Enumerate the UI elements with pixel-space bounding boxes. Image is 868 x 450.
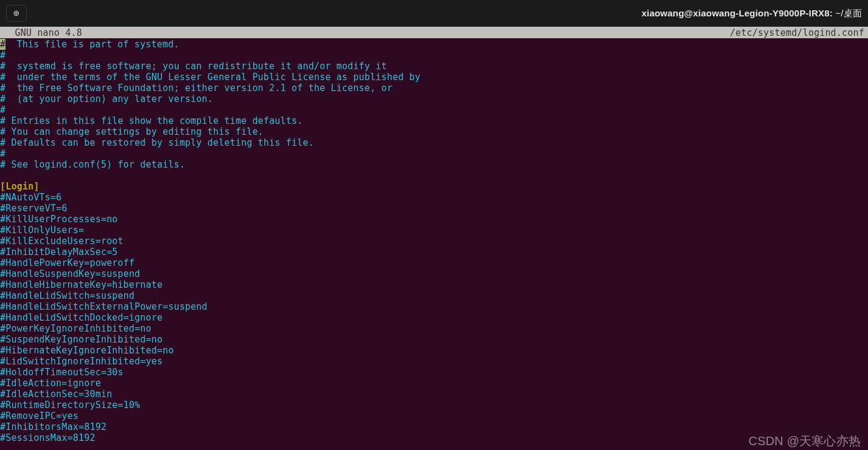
editor-line: #HandleLidSwitch=suspend (0, 290, 868, 301)
editor-line: #PowerKeyIgnoreInhibited=no (0, 323, 868, 334)
editor-line: #HandleLidSwitchExternalPower=suspend (0, 301, 868, 312)
window-title: xiaowang@xiaowang-Legion-Y9000P-IRX8: ~/… (641, 8, 862, 19)
editor-line: # You can change settings by editing thi… (0, 126, 868, 137)
editor-line: #LidSwitchIgnoreInhibited=yes (0, 356, 868, 367)
editor-line: # See logind.conf(5) for details. (0, 159, 868, 170)
editor-line: #HandlePowerKey=poweroff (0, 257, 868, 268)
editor-line (0, 170, 868, 181)
editor-line: #IdleAction=ignore (0, 378, 868, 389)
editor-line: #HibernateKeyIgnoreInhibited=no (0, 345, 868, 356)
editor-line: # (0, 148, 868, 159)
window-titlebar: ⊕ xiaowang@xiaowang-Legion-Y9000P-IRX8: … (0, 0, 868, 27)
editor-line: #HandleHibernateKey=hibernate (0, 279, 868, 290)
editor-area[interactable]: # This file is part of systemd.## system… (0, 39, 868, 443)
editor-line: #IdleActionSec=30min (0, 389, 868, 400)
editor-line: #ReserveVT=6 (0, 203, 868, 214)
editor-line: #HandleLidSwitchDocked=ignore (0, 312, 868, 323)
nano-titlebar: GNU nano 4.8 /etc/systemd/logind.conf (0, 27, 868, 38)
editor-line: #HandleSuspendKey=suspend (0, 268, 868, 279)
editor-line: #RuntimeDirectorySize=10% (0, 400, 868, 411)
editor-line: # (0, 104, 868, 115)
editor-line: # systemd is free software; you can redi… (0, 61, 868, 72)
watermark: CSDN @天寒心亦热 (748, 435, 861, 446)
editor-line: # Entries in this file show the compile … (0, 115, 868, 126)
editor-line: # the Free Software Foundation; either v… (0, 83, 868, 94)
editor-line: #InhibitorsMax=8192 (0, 421, 868, 432)
editor-line: # (0, 50, 868, 61)
editor-line: #KillExcludeUsers=root (0, 236, 868, 247)
editor-line: #KillUserProcesses=no (0, 214, 868, 225)
line-text: This file is part of systemd. (5, 39, 179, 50)
editor-line: [Login] (0, 181, 868, 192)
editor-line: #InhibitDelayMaxSec=5 (0, 247, 868, 257)
editor-line: # Defaults can be restored by simply del… (0, 137, 868, 148)
new-tab-icon: ⊕ (13, 8, 19, 19)
editor-line: #SessionsMax=8192 (0, 432, 868, 443)
new-tab-button[interactable]: ⊕ (6, 5, 27, 22)
editor-line: #HoldoffTimeoutSec=30s (0, 367, 868, 378)
window-title-path: ~/桌面 (835, 8, 862, 18)
editor-line: #KillOnlyUsers= (0, 225, 868, 236)
cursor: # (0, 39, 5, 50)
editor-line: #RemoveIPC=yes (0, 411, 868, 421)
editor-line: # under the terms of the GNU Lesser Gene… (0, 72, 868, 83)
editor-line: # (at your option) any later version. (0, 94, 868, 104)
editor-line: #SuspendKeyIgnoreInhibited=no (0, 334, 868, 345)
editor-line: #NAutoVTs=6 (0, 192, 868, 203)
window-title-host: xiaowang@xiaowang-Legion-Y9000P-IRX8: (641, 8, 835, 18)
nano-app-name: GNU nano 4.8 (4, 27, 730, 38)
nano-filename: /etc/systemd/logind.conf (730, 27, 864, 38)
editor-line: # This file is part of systemd. (0, 39, 868, 50)
